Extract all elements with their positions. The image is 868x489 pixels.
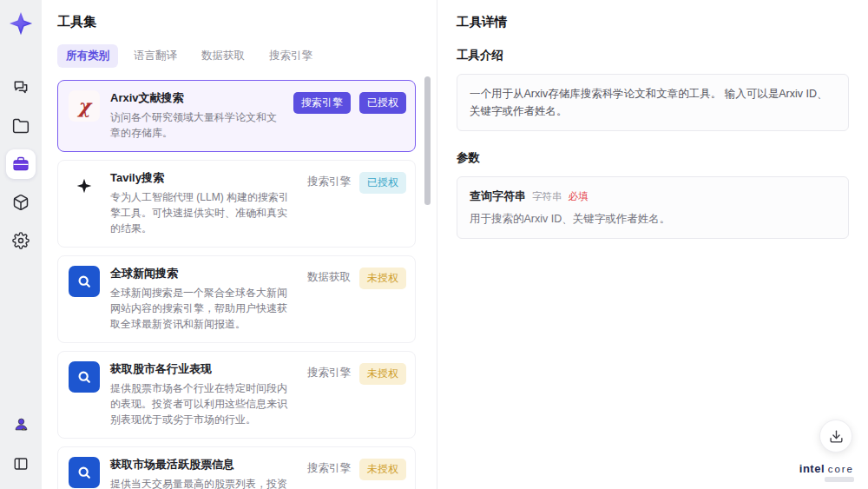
folder-icon <box>12 117 30 135</box>
tool-title: Tavily搜索 <box>110 170 297 186</box>
intel-core-logo: intel core <box>799 462 854 475</box>
tool-intro-box: 一个用于从Arxiv存储库搜索科学论文和文章的工具。 输入可以是Arxiv ID… <box>457 74 849 131</box>
sidebar-item-settings[interactable] <box>6 226 36 255</box>
user-avatar-icon <box>13 416 30 433</box>
tool-list-item-tavily[interactable]: Tavily搜索 专为人工智能代理 (LLM) 构建的搜索引擎工具。可快速提供实… <box>57 160 416 248</box>
status-badge: 已授权 <box>359 92 406 114</box>
tab-all-categories[interactable]: 所有类别 <box>57 44 118 68</box>
tool-meta: 搜索引擎 未授权 <box>307 361 406 427</box>
blue-search-app-icon <box>69 266 100 297</box>
intel-brand-text: intel <box>799 462 825 475</box>
tab-search-engine[interactable]: 搜索引擎 <box>260 44 321 68</box>
parameter-card: 查询字符串 字符串 必填 用于搜索的Arxiv ID、关键字或作者姓名。 <box>457 176 849 239</box>
briefcase-icon <box>12 155 30 173</box>
parameter-required-flag: 必填 <box>569 190 589 203</box>
tool-text: 获取市场最活跃股票信息 提供当天交易量最高的股票列表，投资者可以利用这些信息来识… <box>110 457 297 489</box>
tool-meta: 数据获取 未授权 <box>307 266 406 332</box>
tool-meta: 搜索引擎 未授权 <box>307 457 406 489</box>
status-badge: 未授权 <box>359 363 406 385</box>
gear-icon <box>12 232 30 249</box>
tab-data-fetch[interactable]: 数据获取 <box>193 44 253 68</box>
tool-desc: 全球新闻搜索是一个聚合全球各大新闻网站内容的搜索引擎，帮助用户快速获取全球最新资… <box>110 285 297 332</box>
sparkle-icon <box>69 170 100 202</box>
tool-desc: 专为人工智能代理 (LLM) 构建的搜索引擎工具。可快速提供实时、准确和真实的结… <box>110 189 297 236</box>
params-section-title: 参数 <box>457 150 849 166</box>
intel-product-text: core <box>828 464 854 474</box>
arxiv-icon: χ <box>69 90 100 122</box>
intel-sub-badge <box>825 477 854 482</box>
tab-language-translation[interactable]: 语言翻译 <box>125 44 186 68</box>
intro-section-title: 工具介绍 <box>457 48 849 63</box>
sidebar-item-plugins[interactable] <box>6 188 36 217</box>
tool-desc: 提供股票市场各个行业在特定时间段内的表现。投资者可以利用这些信息来识别表现优于或… <box>110 380 297 427</box>
tool-meta: 搜索引擎 已授权 <box>293 90 406 141</box>
tool-list-item-active-stocks[interactable]: 获取市场最活跃股票信息 提供当天交易量最高的股票列表，投资者可以利用这些信息来识… <box>57 446 416 489</box>
app-logo[interactable] <box>8 10 34 36</box>
logo-star-icon <box>9 11 33 36</box>
category-label: 搜索引擎 <box>307 172 351 192</box>
list-scrollbar-thumb[interactable] <box>424 76 431 205</box>
status-badge: 未授权 <box>359 459 406 480</box>
tool-text: Arxiv文献搜索 访问各个研究领域大量科学论文和文章的存储库。 <box>110 90 283 141</box>
tool-text: Tavily搜索 专为人工智能代理 (LLM) 构建的搜索引擎工具。可快速提供实… <box>110 170 297 236</box>
tool-title: 全球新闻搜索 <box>110 266 297 281</box>
parameter-head: 查询字符串 字符串 必填 <box>470 188 836 204</box>
category-badge: 搜索引擎 <box>293 92 351 114</box>
tool-text: 全球新闻搜索 全球新闻搜索是一个聚合全球各大新闻网站内容的搜索引擎，帮助用户快速… <box>110 266 297 332</box>
tool-detail-panel: 工具详情 工具介绍 一个用于从Arxiv存储库搜索科学论文和文章的工具。 输入可… <box>437 0 868 489</box>
collapse-sidebar-button[interactable] <box>6 449 36 479</box>
cube-icon <box>12 194 30 211</box>
download-button[interactable] <box>819 420 852 453</box>
category-label: 搜索引擎 <box>307 363 351 383</box>
sidebar-item-tools[interactable] <box>6 149 36 179</box>
parameter-type: 字符串 <box>532 190 562 203</box>
tool-meta: 搜索引擎 已授权 <box>307 170 406 236</box>
sidebar-bottom <box>6 409 36 479</box>
tool-list: χ Arxiv文献搜索 访问各个研究领域大量科学论文和文章的存储库。 搜索引擎 … <box>57 80 416 489</box>
tool-title: 获取市场最活跃股票信息 <box>110 457 297 472</box>
tool-desc: 访问各个研究领域大量科学论文和文章的存储库。 <box>110 109 283 141</box>
blue-search-app-icon <box>69 457 100 488</box>
tool-list-item-global-news[interactable]: 全球新闻搜索 全球新闻搜索是一个聚合全球各大新闻网站内容的搜索引擎，帮助用户快速… <box>57 255 416 343</box>
tool-title: Arxiv文献搜索 <box>110 90 283 106</box>
left-sidebar <box>0 0 42 489</box>
sidebar-nav <box>6 73 36 255</box>
page-title: 工具集 <box>57 14 416 30</box>
tool-desc: 提供当天交易量最高的股票列表，投资者可以利用这些信息来识别流动性强的股票和潜在的… <box>110 476 297 489</box>
parameter-desc: 用于搜索的Arxiv ID、关键字或作者姓名。 <box>470 212 836 227</box>
tool-list-item-arxiv[interactable]: χ Arxiv文献搜索 访问各个研究领域大量科学论文和文章的存储库。 搜索引擎 … <box>57 80 416 152</box>
tool-list-panel: 工具集 所有类别 语言翻译 数据获取 搜索引擎 χ Arxiv文献搜索 访问各个… <box>42 0 437 489</box>
chat-bubbles-icon <box>12 79 30 96</box>
tool-title: 获取股市各行业表现 <box>110 361 297 377</box>
category-label: 搜索引擎 <box>307 459 351 479</box>
status-badge: 未授权 <box>359 268 406 289</box>
detail-title: 工具详情 <box>457 14 849 30</box>
sidebar-item-files[interactable] <box>6 111 36 141</box>
panel-collapse-icon <box>13 456 29 472</box>
category-tabs: 所有类别 语言翻译 数据获取 搜索引擎 <box>57 44 416 68</box>
intel-core-badge: intel core <box>799 462 854 482</box>
status-badge: 已授权 <box>359 172 406 194</box>
sidebar-item-chat[interactable] <box>6 73 36 102</box>
category-label: 数据获取 <box>307 268 351 287</box>
parameter-name: 查询字符串 <box>470 188 526 204</box>
tool-text: 获取股市各行业表现 提供股票市场各个行业在特定时间段内的表现。投资者可以利用这些… <box>110 361 297 427</box>
tool-list-item-stock-sectors[interactable]: 获取股市各行业表现 提供股票市场各个行业在特定时间段内的表现。投资者可以利用这些… <box>57 351 416 439</box>
download-icon <box>829 429 844 444</box>
blue-search-app-icon <box>69 361 100 393</box>
account-avatar[interactable] <box>6 409 36 439</box>
